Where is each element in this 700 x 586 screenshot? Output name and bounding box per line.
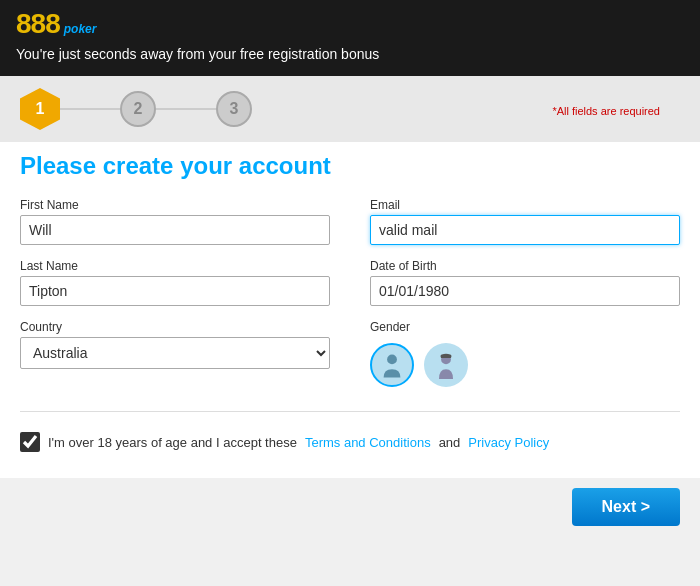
dob-input[interactable] — [370, 276, 680, 306]
step-connector-1 — [60, 108, 120, 110]
step-2-label: 2 — [134, 100, 143, 118]
bottom-area: Next > — [0, 478, 700, 536]
terms-text-before: I'm over 18 years of age and I accept th… — [48, 435, 297, 450]
form-columns: First Name Last Name Country Australia U… — [20, 198, 680, 397]
step-3[interactable]: 3 — [216, 91, 252, 127]
next-button[interactable]: Next > — [572, 488, 680, 526]
terms-row: I'm over 18 years of age and I accept th… — [20, 426, 680, 458]
first-name-group: First Name — [20, 198, 330, 245]
gender-row — [370, 343, 680, 387]
terms-text-middle: and — [439, 435, 461, 450]
step-3-label: 3 — [230, 100, 239, 118]
last-name-input[interactable] — [20, 276, 330, 306]
main-content: Please create your account First Name La… — [0, 142, 700, 478]
required-note: *All fields are required — [552, 101, 680, 117]
svg-point-0 — [387, 355, 397, 365]
gender-male-button[interactable] — [370, 343, 414, 387]
terms-checkbox[interactable] — [20, 432, 40, 452]
right-column: Email Date of Birth Gender — [370, 198, 680, 397]
step-1[interactable]: 1 — [20, 88, 60, 130]
page-title: Please create your account — [20, 152, 680, 180]
first-name-input[interactable] — [20, 215, 330, 245]
logo-poker: poker — [64, 22, 97, 36]
step-2[interactable]: 2 — [120, 91, 156, 127]
last-name-label: Last Name — [20, 259, 330, 273]
step-connector-2 — [156, 108, 216, 110]
gender-label: Gender — [370, 320, 680, 334]
logo-area: 888 poker — [16, 10, 684, 38]
dob-group: Date of Birth — [370, 259, 680, 306]
dob-label: Date of Birth — [370, 259, 680, 273]
gender-female-button[interactable] — [424, 343, 468, 387]
privacy-policy-link[interactable]: Privacy Policy — [468, 435, 549, 450]
email-input[interactable] — [370, 215, 680, 245]
terms-and-conditions-link[interactable]: Terms and Conditions — [305, 435, 431, 450]
country-group: Country Australia United States United K… — [20, 320, 330, 369]
logo: 888 poker — [16, 10, 96, 38]
logo-888: 888 — [16, 10, 60, 38]
step-1-label: 1 — [36, 100, 45, 118]
gender-group: Gender — [370, 320, 680, 387]
country-label: Country — [20, 320, 330, 334]
last-name-group: Last Name — [20, 259, 330, 306]
left-column: First Name Last Name Country Australia U… — [20, 198, 330, 397]
steps-bar: 1 2 3 *All fields are required — [0, 76, 700, 142]
country-select[interactable]: Australia United States United Kingdom C… — [20, 337, 330, 369]
header: 888 poker You're just seconds away from … — [0, 0, 700, 76]
email-group: Email — [370, 198, 680, 245]
first-name-label: First Name — [20, 198, 330, 212]
email-label: Email — [370, 198, 680, 212]
header-tagline: You're just seconds away from your free … — [16, 44, 684, 62]
divider — [20, 411, 680, 412]
